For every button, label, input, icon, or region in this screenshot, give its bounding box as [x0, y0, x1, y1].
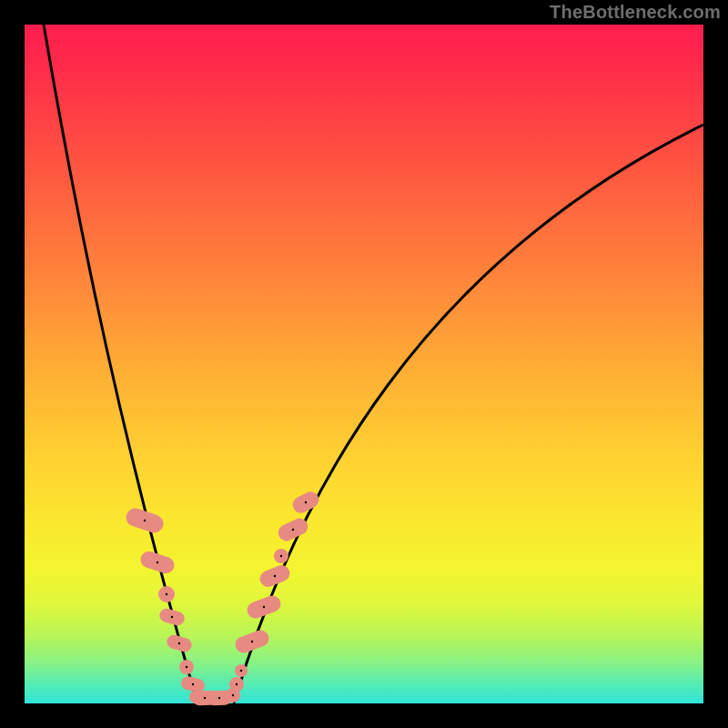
marker-dot-16: [280, 555, 282, 557]
watermark-text: TheBottleneck.com: [550, 2, 721, 23]
curve-right-arm: [234, 125, 703, 703]
plot-svg: [25, 25, 703, 703]
marker-dot-14: [263, 606, 265, 608]
marker-dot-4: [178, 642, 180, 644]
plot-area: [25, 25, 703, 703]
marker-dot-6: [192, 683, 194, 685]
marker-dot-0: [144, 520, 146, 521]
curve-left-arm: [44, 25, 197, 703]
marker-dot-17: [292, 529, 294, 531]
marker-dot-10: [232, 694, 234, 696]
marker-dot-12: [240, 670, 242, 672]
marker-dot-8: [204, 697, 206, 699]
chart-frame: TheBottleneck.com: [0, 0, 728, 728]
marker-dot-18: [305, 501, 307, 503]
marker-dot-9: [218, 697, 220, 699]
marker-dot-11: [236, 683, 238, 685]
marker-dot-3: [171, 616, 173, 618]
marker-dot-1: [157, 561, 158, 563]
marker-dot-5: [186, 666, 187, 668]
marker-dot-2: [166, 593, 167, 595]
curves: [44, 25, 703, 703]
marker-dot-15: [274, 575, 276, 577]
marker-dot-13: [251, 641, 253, 642]
markers: [124, 489, 322, 705]
